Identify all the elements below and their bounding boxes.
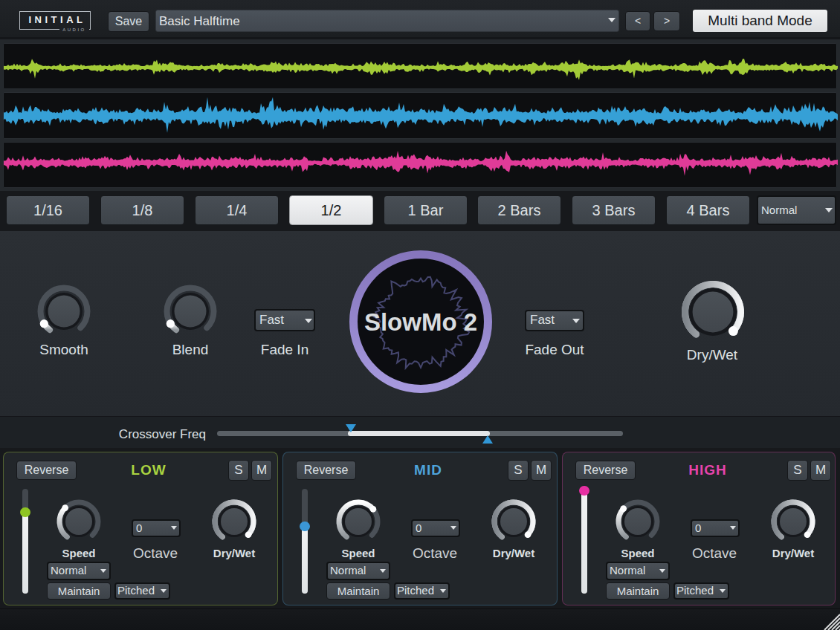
svg-text:SlowMo 2: SlowMo 2: [364, 308, 477, 336]
